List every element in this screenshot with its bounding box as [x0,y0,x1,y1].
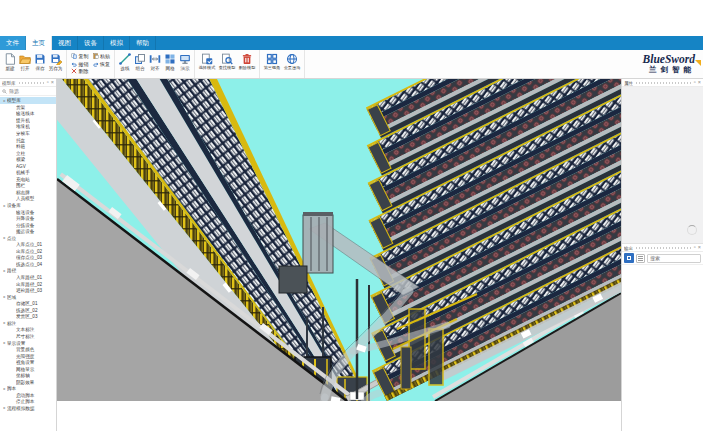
close-icon[interactable]: × [51,80,54,85]
save-as-icon [49,52,62,65]
ribbon-button-new-file[interactable]: 新建 [2,51,17,71]
panel-grip [636,247,692,249]
right-dock: 属性 ▫ × 输出 ▫ × [621,79,703,431]
output-panel-header: 输出 ▫ × [622,244,703,252]
sidebar-panel-header: 模型库 ▫ × [0,79,56,87]
logo-triangle-icon [695,60,701,66]
output-search-input[interactable] [650,255,698,261]
ribbon-tab-bar: 文件主页视图设备模拟帮助 [0,36,703,50]
ribbon-group: 新建打开保存另存为 [0,50,67,78]
output-toolbar [622,252,703,265]
ribbon-button-align[interactable]: 对齐 [147,51,162,71]
warehouse-scene [57,79,621,401]
app-window: 文件主页视图设备模拟帮助 新建打开保存另存为复制粘贴撤销恢复删除连线组合对齐网格… [0,36,703,432]
output-panel-title: 输出 [624,245,633,250]
pin-icon[interactable]: ▫ [694,80,696,85]
ribbon-button-redo[interactable]: 恢复 [93,61,111,67]
ribbon-button-open-folder[interactable]: 打开 [17,51,32,71]
ribbon-group-edit: 复制粘贴撤销恢复删除 [67,50,115,78]
ribbon-group: 第三视角全景漫游 [260,50,305,78]
search-icon [2,89,7,94]
ribbon-button-save-as[interactable]: 另存为 [47,51,64,71]
model-cube-button[interactable] [624,253,634,263]
ribbon-tab-1[interactable]: 文件 [0,36,26,50]
ribbon-button-delete[interactable]: 删除 [71,68,89,74]
output-panel-body [622,265,703,431]
ribbon-tab-3[interactable]: 视图 [52,36,78,50]
screen-icon [178,52,191,65]
ribbon-button-find-model[interactable]: 查找模型 [217,51,237,71]
ribbon-tab-2[interactable]: 主页 [26,36,52,50]
ribbon-tab-6[interactable]: 帮助 [130,36,156,50]
copy-icon [71,53,77,59]
delete-icon [71,68,77,74]
undo-icon [71,61,77,67]
ribbon-button-delete-model[interactable]: 删除模型 [237,51,257,71]
loading-spinner-icon [687,225,697,235]
roam-icon [286,52,299,65]
grid-icon [163,52,176,65]
close-icon[interactable]: × [698,80,701,85]
ribbon-group: 选择模式查找模型删除模型 [195,50,260,78]
ribbon-button-roam[interactable]: 全景漫游 [282,51,302,71]
ribbon-button-grid[interactable]: 网格 [162,51,177,71]
ribbon-tab-4[interactable]: 设备 [78,36,104,50]
group-model-icon [133,52,146,65]
open-folder-icon [18,52,31,65]
ribbon-button-paste[interactable]: 粘贴 [93,53,111,59]
sidebar-panel-title: 模型库 [2,80,16,85]
ribbon-button-screen[interactable]: 演示 [177,51,192,71]
save-icon [33,52,46,65]
panel-grip [19,82,45,84]
ribbon-button-save[interactable]: 保存 [32,51,47,71]
list-view-button[interactable] [636,254,645,263]
sidebar-search-input[interactable] [9,88,54,94]
redo-icon [93,61,99,67]
line-tool-icon [118,52,131,65]
tree-group-流程模拟数据[interactable]: ▸流程模拟数据 [0,405,56,412]
close-icon[interactable]: × [698,245,701,250]
cube-icon [627,256,631,260]
properties-panel-header: 属性 ▫ × [622,79,703,87]
select-mode-icon [201,52,214,65]
ribbon-toolbar: 新建打开保存另存为复制粘贴撤销恢复删除连线组合对齐网格演示选择模式查找模型删除模… [0,50,703,79]
panel-grip [636,82,692,84]
sidebar-search [0,87,56,96]
new-file-icon [3,52,16,65]
ribbon-group: 连线组合对齐网格演示 [115,50,195,78]
ribbon-button-group-model[interactable]: 组合 [132,51,147,71]
delete-model-icon [241,52,254,65]
pin-icon[interactable]: ▫ [694,245,696,250]
ribbon-button-line-tool[interactable]: 连线 [117,51,132,71]
properties-panel-body [622,87,703,244]
pin-icon[interactable]: ▫ [47,80,49,85]
model-tree: ▸模型库货架输送线体提升机堆垛机穿梭车托盘料箱立柱横梁AGV机械手充电站围栏标志… [0,96,56,431]
ribbon-tab-5[interactable]: 模拟 [104,36,130,50]
third-person-icon [266,52,279,65]
brand-name-cn: 兰剑智能 [643,65,695,75]
model-library-panel: 模型库 ▫ × ▸模型库货架输送线体提升机堆垛机穿梭车托盘料箱立柱横梁AGV机械… [0,79,57,431]
3d-viewport[interactable] [57,79,621,431]
ribbon-button-third-person[interactable]: 第三视角 [262,51,282,71]
brand-name: BlueSword [643,54,695,64]
ribbon-button-copy[interactable]: 复制 [71,53,89,59]
ribbon-button-undo[interactable]: 撤销 [71,61,89,67]
ribbon-button-select-mode[interactable]: 选择模式 [197,51,217,71]
align-icon [148,52,161,65]
output-search [647,254,701,263]
find-model-icon [221,52,234,65]
app-logo: BlueSword 兰剑智能 [643,53,695,75]
properties-panel-title: 属性 [624,80,633,85]
paste-icon [93,53,99,59]
